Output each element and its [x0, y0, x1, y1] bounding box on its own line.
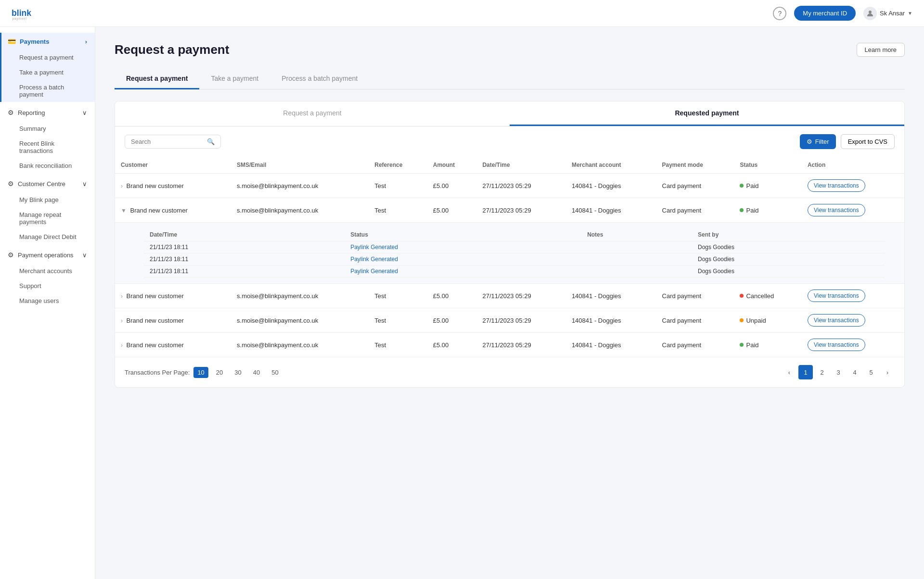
inner-tabs: Request a payment Requested payment	[115, 101, 904, 126]
col-datetime: Date/Time	[476, 157, 565, 174]
cell-email: s.moise@blinkpayment.co.uk	[231, 308, 369, 333]
sidebar-payment-ops-header[interactable]: ⚙ Payment operations ∨	[0, 246, 95, 264]
view-transactions-button[interactable]: View transactions	[808, 290, 865, 302]
expanded-sub-row: 21/11/23 18:11 Paylink Generated Dogs Go…	[144, 253, 885, 265]
page-4[interactable]: 4	[847, 365, 862, 379]
user-menu[interactable]: Sk Ansar ▼	[863, 7, 912, 20]
cell-datetime: 27/11/2023 05:29	[476, 198, 565, 223]
tab-take-payment[interactable]: Take a payment	[199, 69, 270, 89]
expand-button[interactable]: ›	[121, 183, 123, 189]
view-transactions-button[interactable]: View transactions	[808, 339, 865, 351]
page-5[interactable]: 5	[864, 365, 878, 379]
sidebar-payments-header[interactable]: 💳 Payments ›	[1, 33, 95, 50]
sidebar-item-merchant-accounts[interactable]: Merchant accounts	[0, 264, 95, 278]
user-icon	[866, 10, 874, 17]
cell-merchant: 140841 - Doggies	[566, 174, 656, 198]
view-transactions-button[interactable]: View transactions	[808, 204, 865, 216]
search-icon: 🔍	[207, 138, 215, 145]
col-action: Action	[802, 157, 904, 174]
sidebar-item-bank-reconciliation[interactable]: Bank reconciliation	[0, 158, 95, 173]
expand-button[interactable]: ›	[121, 342, 123, 349]
logo-icon: blink payment	[12, 5, 35, 22]
page-1[interactable]: 1	[798, 365, 813, 379]
paylink-generated-link[interactable]: Paylink Generated	[350, 244, 398, 251]
cell-action: View transactions	[802, 333, 904, 357]
exp-col-status: Status	[345, 228, 581, 241]
cell-email: s.moise@blinkpayment.co.uk	[231, 284, 369, 308]
page-next[interactable]: ›	[880, 365, 895, 379]
cell-status: Paid	[734, 333, 801, 357]
paylink-generated-link[interactable]: Paylink Generated	[350, 268, 398, 275]
cell-action: View transactions	[802, 284, 904, 308]
search-input[interactable]	[131, 138, 203, 145]
col-amount: Amount	[427, 157, 477, 174]
per-page-50[interactable]: 50	[268, 367, 282, 378]
sidebar-section-customer-centre: ⚙ Customer Centre ∨ My Blink page Manage…	[0, 175, 95, 244]
sidebar-item-take-payment[interactable]: Take a payment	[1, 65, 95, 80]
status-dot	[740, 343, 744, 347]
reporting-icon: ⚙	[8, 109, 14, 116]
user-name: Sk Ansar	[880, 10, 905, 17]
page-prev[interactable]: ‹	[782, 365, 796, 379]
expand-button[interactable]: ›	[121, 317, 123, 324]
cell-reference: Test	[369, 198, 427, 223]
view-transactions-button[interactable]: View transactions	[808, 314, 865, 327]
cell-status: Cancelled	[734, 284, 801, 308]
help-icon[interactable]: ?	[773, 7, 786, 20]
per-page-20[interactable]: 20	[212, 367, 227, 378]
main-card: Request a payment Requested payment 🔍 ⚙ …	[115, 101, 905, 388]
sidebar-item-support[interactable]: Support	[0, 278, 95, 293]
view-transactions-button[interactable]: View transactions	[808, 179, 865, 192]
export-button[interactable]: Export to CVS	[841, 134, 895, 149]
sidebar-item-my-blink-page[interactable]: My Blink page	[0, 192, 95, 207]
sidebar-item-manage-direct-debit[interactable]: Manage Direct Debit	[0, 229, 95, 244]
sidebar-customer-centre-header[interactable]: ⚙ Customer Centre ∨	[0, 175, 95, 192]
paylink-generated-link[interactable]: Paylink Generated	[350, 256, 398, 263]
cell-merchant: 140841 - Doggies	[566, 284, 656, 308]
cell-customer: › Brand new customer	[115, 308, 231, 333]
pagination-row: Transactions Per Page: 10 20 30 40 50 ‹ …	[115, 357, 904, 387]
cell-email: s.moise@blinkpayment.co.uk	[231, 198, 369, 223]
exp-cell-datetime: 21/11/23 18:11	[144, 241, 345, 253]
status-dot	[740, 318, 744, 322]
per-page-10[interactable]: 10	[193, 367, 208, 378]
inner-tab-requested[interactable]: Requested payment	[510, 101, 904, 126]
search-box[interactable]: 🔍	[125, 135, 221, 149]
filter-button[interactable]: ⚙ Filter	[800, 134, 836, 149]
merchant-id-button[interactable]: My merchant ID	[794, 6, 856, 21]
chevron-down-icon-2: ∨	[82, 180, 87, 188]
sidebar-item-summary[interactable]: Summary	[0, 121, 95, 136]
cell-amount: £5.00	[427, 284, 477, 308]
cell-status: Paid	[734, 174, 801, 198]
col-email: SMS/Email	[231, 157, 369, 174]
sidebar-reporting-header[interactable]: ⚙ Reporting ∨	[0, 104, 95, 121]
cell-action: View transactions	[802, 308, 904, 333]
expand-button[interactable]: ›	[121, 293, 123, 300]
page-2[interactable]: 2	[815, 365, 829, 379]
sidebar-item-manage-repeat[interactable]: Manage repeat payments	[0, 207, 95, 229]
page-3[interactable]: 3	[831, 365, 846, 379]
per-page-40[interactable]: 40	[249, 367, 264, 378]
svg-text:payment: payment	[13, 16, 27, 20]
cell-email: s.moise@blinkpayment.co.uk	[231, 333, 369, 357]
exp-cell-notes	[581, 265, 692, 277]
inner-tab-request[interactable]: Request a payment	[115, 101, 510, 126]
learn-more-button[interactable]: Learn more	[857, 43, 905, 57]
table-wrapper: Customer SMS/Email Reference Amount Date…	[115, 157, 904, 357]
sidebar-item-recent-blink[interactable]: Recent Blink transactions	[0, 136, 95, 158]
tab-request-payment[interactable]: Request a payment	[115, 69, 199, 89]
exp-cell-sent-by: Dogs Goodies	[692, 265, 885, 277]
expand-button[interactable]: ▼	[121, 207, 127, 214]
page-title: Request a payment	[115, 42, 229, 57]
per-page-30[interactable]: 30	[231, 367, 245, 378]
sidebar-item-request-payment[interactable]: Request a payment	[1, 50, 95, 65]
customer-centre-icon: ⚙	[8, 180, 14, 188]
cell-customer: › Brand new customer	[115, 174, 231, 198]
sidebar-item-batch-payment[interactable]: Process a batch payment	[1, 80, 95, 102]
table-row: › Brand new customer s.moise@blinkpaymen…	[115, 333, 904, 357]
exp-col-notes: Notes	[581, 228, 692, 241]
topnav-left: blink payment	[12, 5, 35, 22]
tab-batch-payment[interactable]: Process a batch payment	[270, 69, 369, 89]
sidebar-item-manage-users[interactable]: Manage users	[0, 293, 95, 308]
cell-datetime: 27/11/2023 05:29	[476, 308, 565, 333]
